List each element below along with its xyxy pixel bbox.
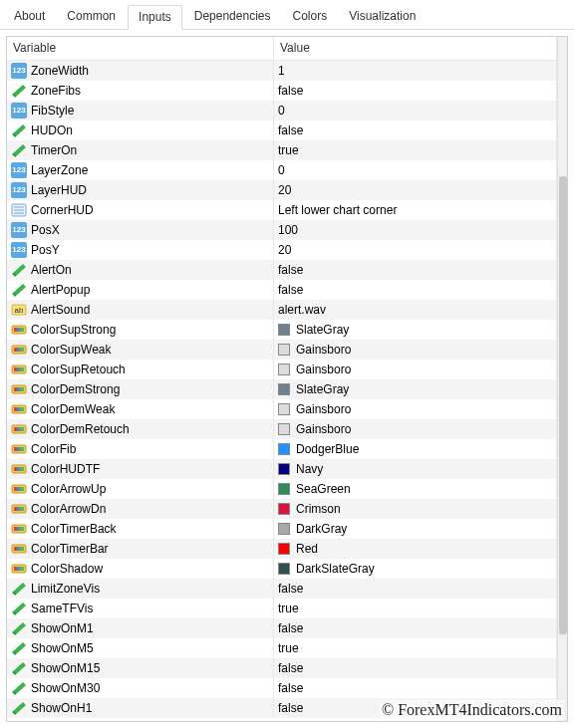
- variable-cell[interactable]: AlertPopup: [7, 280, 274, 300]
- value-cell[interactable]: false: [274, 81, 557, 101]
- value-cell[interactable]: true: [274, 599, 557, 618]
- table-row[interactable]: 123FibStyle0: [7, 101, 557, 121]
- table-row[interactable]: ColorArrowUpSeaGreen: [7, 479, 557, 499]
- table-row[interactable]: ColorTimerBackDarkGray: [7, 519, 557, 539]
- tab-visualization[interactable]: Visualization: [339, 5, 426, 30]
- value-cell[interactable]: false: [274, 698, 557, 718]
- value-cell[interactable]: true: [274, 638, 557, 658]
- variable-cell[interactable]: ShowOnM30: [7, 678, 274, 698]
- value-cell[interactable]: Red: [274, 539, 557, 559]
- value-cell[interactable]: Gainsboro: [274, 399, 557, 419]
- table-row[interactable]: AlertPopupfalse: [7, 280, 557, 300]
- value-cell[interactable]: 1: [274, 61, 557, 81]
- value-cell[interactable]: Gainsboro: [274, 340, 557, 360]
- col-header-variable[interactable]: Variable: [7, 37, 274, 60]
- value-cell[interactable]: Navy: [274, 459, 557, 479]
- variable-cell[interactable]: ColorHUDTF: [7, 459, 274, 479]
- value-cell[interactable]: 100: [274, 220, 557, 240]
- table-row[interactable]: ShowOnM15false: [7, 658, 557, 678]
- variable-cell[interactable]: ColorSupStrong: [7, 320, 274, 340]
- variable-cell[interactable]: ShowOnM5: [7, 638, 274, 658]
- table-row[interactable]: ColorTimerBarRed: [7, 539, 557, 559]
- variable-cell[interactable]: ShowOnM15: [7, 658, 274, 678]
- value-cell[interactable]: Crimson: [274, 499, 557, 519]
- value-cell[interactable]: Gainsboro: [274, 360, 557, 379]
- variable-cell[interactable]: HUDOn: [7, 121, 274, 140]
- variable-cell[interactable]: abAlertSound: [7, 300, 274, 320]
- table-row[interactable]: 123PosY20: [7, 240, 557, 260]
- variable-cell[interactable]: SameTFVis: [7, 599, 274, 618]
- value-cell[interactable]: SlateGray: [274, 379, 557, 399]
- table-row[interactable]: ColorSupRetouchGainsboro: [7, 360, 557, 379]
- value-cell[interactable]: true: [274, 140, 557, 160]
- variable-cell[interactable]: 123FibStyle: [7, 101, 274, 121]
- table-row[interactable]: 123LayerZone0: [7, 160, 557, 180]
- scrollbar-thumb[interactable]: [559, 176, 567, 634]
- value-cell[interactable]: SeaGreen: [274, 479, 557, 499]
- value-cell[interactable]: DarkSlateGray: [274, 559, 557, 579]
- tab-inputs[interactable]: Inputs: [128, 5, 182, 30]
- variable-cell[interactable]: 123ZoneWidth: [7, 61, 274, 81]
- table-row[interactable]: ColorArrowDnCrimson: [7, 499, 557, 519]
- variable-cell[interactable]: ColorSupWeak: [7, 340, 274, 360]
- tab-about[interactable]: About: [4, 5, 55, 30]
- table-row[interactable]: 123ZoneWidth1: [7, 61, 557, 81]
- variable-cell[interactable]: 123PosX: [7, 220, 274, 240]
- value-cell[interactable]: false: [274, 280, 557, 300]
- table-row[interactable]: ColorHUDTFNavy: [7, 459, 557, 479]
- value-cell[interactable]: 20: [274, 180, 557, 200]
- table-row[interactable]: AlertOnfalse: [7, 260, 557, 280]
- value-cell[interactable]: SlateGray: [274, 320, 557, 340]
- value-cell[interactable]: 20: [274, 240, 557, 260]
- variable-cell[interactable]: 123LayerZone: [7, 160, 274, 180]
- table-row[interactable]: ShowOnM1false: [7, 618, 557, 638]
- value-cell[interactable]: Gainsboro: [274, 419, 557, 439]
- variable-cell[interactable]: ShowOnH1: [7, 698, 274, 718]
- variable-cell[interactable]: AlertOn: [7, 260, 274, 280]
- variable-cell[interactable]: ColorTimerBack: [7, 519, 274, 539]
- variable-cell[interactable]: ColorDemRetouch: [7, 419, 274, 439]
- tab-colors[interactable]: Colors: [282, 5, 337, 30]
- value-cell[interactable]: false: [274, 678, 557, 698]
- variable-cell[interactable]: ColorArrowUp: [7, 479, 274, 499]
- variable-cell[interactable]: CornerHUD: [7, 200, 274, 220]
- variable-cell[interactable]: LimitZoneVis: [7, 579, 274, 599]
- table-row[interactable]: ColorSupStrongSlateGray: [7, 320, 557, 340]
- col-header-value[interactable]: Value: [274, 37, 557, 60]
- value-cell[interactable]: Left lower chart corner: [274, 200, 557, 220]
- table-row[interactable]: HUDOnfalse: [7, 121, 557, 140]
- table-row[interactable]: ColorShadowDarkSlateGray: [7, 559, 557, 579]
- table-row[interactable]: ShowOnM5true: [7, 638, 557, 658]
- variable-cell[interactable]: ShowOnM1: [7, 618, 274, 638]
- value-cell[interactable]: false: [274, 658, 557, 678]
- variable-cell[interactable]: 123LayerHUD: [7, 180, 274, 200]
- table-row[interactable]: ColorDemStrongSlateGray: [7, 379, 557, 399]
- variable-cell[interactable]: ColorDemStrong: [7, 379, 274, 399]
- variable-cell[interactable]: TimerOn: [7, 140, 274, 160]
- table-row[interactable]: ColorDemRetouchGainsboro: [7, 419, 557, 439]
- table-row[interactable]: ShowOnH1false: [7, 698, 557, 718]
- value-cell[interactable]: DarkGray: [274, 519, 557, 539]
- variable-cell[interactable]: 123PosY: [7, 240, 274, 260]
- value-cell[interactable]: 0: [274, 101, 557, 121]
- variable-cell[interactable]: ColorTimerBar: [7, 539, 274, 559]
- table-row[interactable]: ShowOnM30false: [7, 678, 557, 698]
- value-cell[interactable]: alert.wav: [274, 300, 557, 320]
- tab-dependencies[interactable]: Dependencies: [184, 5, 281, 30]
- table-row[interactable]: ColorFibDodgerBlue: [7, 439, 557, 459]
- table-row[interactable]: 123LayerHUD20: [7, 180, 557, 200]
- table-row[interactable]: ColorSupWeakGainsboro: [7, 340, 557, 360]
- variable-cell[interactable]: ColorDemWeak: [7, 399, 274, 419]
- variable-cell[interactable]: ColorArrowDn: [7, 499, 274, 519]
- table-row[interactable]: ColorDemWeakGainsboro: [7, 399, 557, 419]
- variable-cell[interactable]: ZoneFibs: [7, 81, 274, 101]
- value-cell[interactable]: false: [274, 121, 557, 140]
- table-row[interactable]: abAlertSoundalert.wav: [7, 300, 557, 320]
- value-cell[interactable]: false: [274, 260, 557, 280]
- table-row[interactable]: SameTFVistrue: [7, 599, 557, 618]
- tab-common[interactable]: Common: [57, 5, 126, 30]
- value-cell[interactable]: 0: [274, 160, 557, 180]
- variable-cell[interactable]: ColorSupRetouch: [7, 360, 274, 379]
- value-cell[interactable]: DodgerBlue: [274, 439, 557, 459]
- vertical-scrollbar[interactable]: [557, 37, 567, 721]
